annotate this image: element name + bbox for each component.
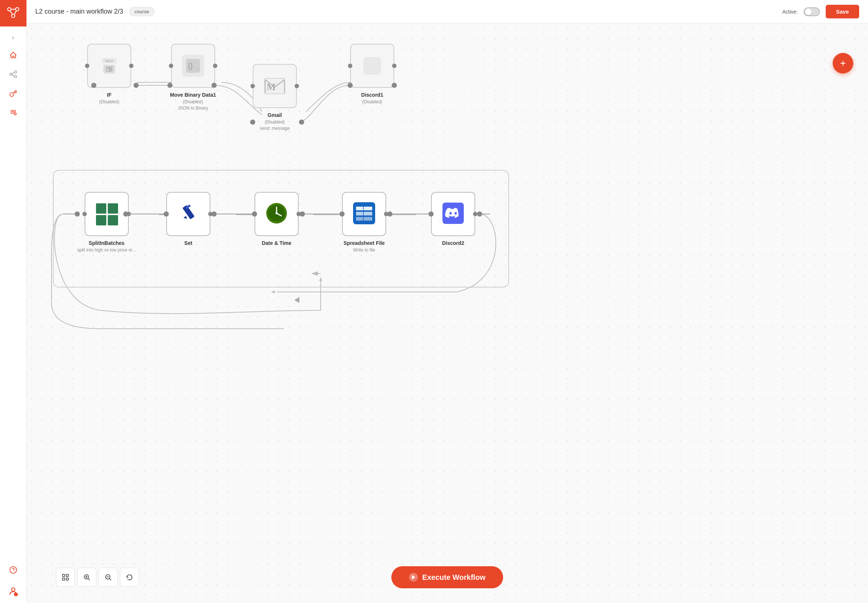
split-input-dot <box>82 212 87 216</box>
sidebar-expand-btn[interactable]: › <box>0 29 26 46</box>
svg-rect-50 <box>62 578 65 580</box>
svg-point-1 <box>15 8 19 11</box>
node-set[interactable]: Set <box>166 192 210 246</box>
execute-workflow-button[interactable]: Execute Workflow <box>391 566 503 588</box>
node-discord2-box[interactable] <box>431 192 475 236</box>
add-icon: + <box>840 58 846 68</box>
svg-rect-32 <box>108 215 118 226</box>
node-spreadsheet[interactable]: Spreadsheet File Write to file <box>342 192 386 253</box>
logo[interactable] <box>0 0 26 26</box>
datetime-icon <box>265 202 288 226</box>
execute-workflow-label: Execute Workflow <box>422 573 486 582</box>
node-datetime-box[interactable] <box>255 192 299 236</box>
node-discord1[interactable]: Discord1 (Disabled) <box>350 44 394 104</box>
discord1-icon <box>361 55 383 77</box>
svg-point-0 <box>7 8 11 11</box>
node-if-label: IF <box>107 91 111 98</box>
svg-point-83 <box>299 119 304 125</box>
node-split-batches-box[interactable] <box>85 192 129 236</box>
set-input-dot <box>164 212 169 216</box>
sidebar: › <box>0 0 26 603</box>
node-spreadsheet-box[interactable] <box>342 192 386 236</box>
zoom-out-button[interactable] <box>99 568 118 587</box>
node-spreadsheet-sublabel: Write to file <box>353 247 375 253</box>
fit-view-button[interactable] <box>56 568 75 587</box>
course-badge[interactable]: course <box>129 7 155 16</box>
node-move-binary-sublabel: (Disabled) <box>183 99 203 104</box>
add-node-button[interactable]: + <box>833 53 853 74</box>
svg-text:M: M <box>267 82 276 92</box>
node-move-binary-box[interactable]: {} → <box>171 44 215 88</box>
node-if[interactable]: false 1 IF (Disabled) <box>87 44 131 104</box>
sidebar-item-credentials[interactable] <box>0 84 26 103</box>
svg-rect-6 <box>9 73 12 76</box>
svg-point-2 <box>11 14 15 18</box>
node-discord2-label: Discord2 <box>442 240 464 246</box>
node-gmail-sublabel: (Disabled) <box>265 119 285 125</box>
reset-view-button[interactable] <box>120 568 139 587</box>
move-binary-output-dot <box>213 63 217 68</box>
svg-line-57 <box>110 579 111 580</box>
node-split-sublabel: split into high vs low price or... <box>77 247 136 253</box>
set-output-dot <box>208 212 213 216</box>
svg-rect-51 <box>66 578 68 580</box>
svg-line-10 <box>12 74 14 76</box>
move-binary-icon: {} → <box>182 55 204 77</box>
svg-marker-66 <box>271 291 275 294</box>
svg-rect-8 <box>14 76 16 78</box>
if-output-dot <box>129 63 133 68</box>
node-split-label: SplitInBatches <box>89 240 124 246</box>
svg-rect-30 <box>108 203 118 213</box>
if-icon: 1 <box>103 65 115 74</box>
if-input-dot <box>85 63 90 68</box>
node-move-binary-type: JSON to Binary <box>178 105 208 111</box>
svg-line-53 <box>88 579 90 580</box>
workflow-canvas[interactable]: false 1 IF (Disabled) {} → <box>26 23 868 603</box>
node-move-binary[interactable]: {} → Move Binary Data1 (Disabled) JSON t… <box>170 44 216 111</box>
svg-marker-47 <box>294 297 299 303</box>
discord2-icon <box>442 202 464 226</box>
zoom-in-button[interactable] <box>77 568 96 587</box>
sidebar-item-user[interactable]: ★ <box>0 580 26 603</box>
active-toggle[interactable] <box>804 7 820 16</box>
datetime-input-dot <box>252 212 257 216</box>
sidebar-item-executions[interactable] <box>0 103 26 122</box>
flow-lines <box>26 23 868 603</box>
svg-point-79 <box>133 83 139 88</box>
discord1-input-dot <box>348 63 352 68</box>
node-gmail[interactable]: M Gmail (Disabled) send: message <box>253 64 297 131</box>
discord2-output-dot <box>473 212 477 216</box>
node-datetime[interactable]: Date & Time <box>255 192 299 246</box>
sidebar-item-help[interactable] <box>0 560 26 580</box>
node-gmail-type: send: message <box>260 126 289 131</box>
node-gmail-box[interactable]: M <box>253 64 297 108</box>
svg-marker-59 <box>412 575 415 580</box>
node-discord1-label: Discord1 <box>361 91 383 98</box>
node-set-box[interactable] <box>166 192 210 236</box>
node-move-binary-label: Move Binary Data1 <box>170 91 216 98</box>
sidebar-item-home[interactable] <box>0 46 26 65</box>
svg-rect-49 <box>66 574 68 577</box>
sidebar-item-network[interactable] <box>0 65 26 84</box>
spreadsheet-icon <box>352 201 376 226</box>
node-split-batches[interactable]: SplitInBatches split into high vs low pr… <box>77 192 136 253</box>
gmail-icon: M <box>262 73 288 99</box>
gmail-output-dot <box>295 84 299 88</box>
gmail-input-dot <box>251 84 255 88</box>
move-binary-input-dot <box>169 63 173 68</box>
node-discord1-box[interactable] <box>350 44 394 88</box>
svg-point-14 <box>14 113 16 115</box>
node-discord2[interactable]: Discord2 <box>431 192 475 246</box>
node-if-box[interactable]: false 1 <box>87 44 131 88</box>
svg-rect-28 <box>364 57 381 75</box>
execute-play-icon <box>409 573 418 582</box>
svg-text:→: → <box>194 65 200 71</box>
svg-text:{}: {} <box>188 62 193 70</box>
set-icon <box>178 203 199 226</box>
node-spreadsheet-label: Spreadsheet File <box>343 240 385 246</box>
save-button[interactable]: Save <box>826 5 859 19</box>
topbar: L2 course - main workflow 2/3 course Act… <box>26 0 868 23</box>
false-badge: false <box>102 58 116 63</box>
back-arrow <box>294 296 302 305</box>
svg-rect-44 <box>356 217 372 221</box>
